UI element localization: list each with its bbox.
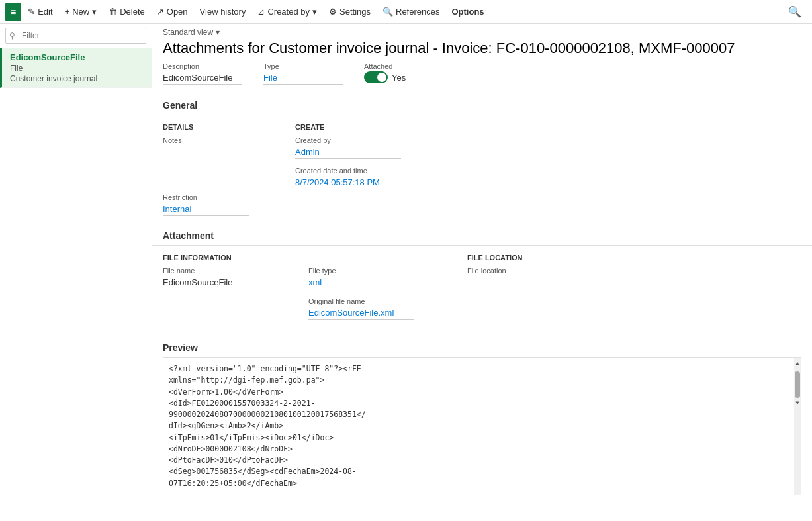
delete-label: Delete [120,7,145,17]
notes-label: Notes [163,136,295,144]
file-type-col: X File type xml Original file name Edico… [308,254,467,328]
content-area: Standard view ▾ Attachments for Customer… [152,24,812,521]
view-history-label: View history [200,7,246,17]
original-file-name-value: EdicomSourceFile.xml [308,307,414,320]
settings-label: Settings [339,7,371,17]
created-by-button[interactable]: ⊿ Created by ▾ [252,4,322,19]
attachment-section-header: Attachment [152,224,812,246]
new-label: New [72,7,89,17]
options-button[interactable]: Options [446,4,489,19]
new-button[interactable]: + New ▾ [60,4,103,19]
create-col: CREATE Created by Admin Created date and… [295,123,801,216]
standard-view-bar[interactable]: Standard view ▾ [152,24,812,37]
sidebar-item-sub1: File [10,64,144,73]
created-by-field-group: Created by Admin [295,136,801,159]
attached-yes-label: Yes [392,73,406,83]
details-col: DETAILS Notes Restriction Internal [163,123,295,216]
open-label: Open [167,7,188,17]
file-location-col: FILE LOCATION File location [467,254,801,328]
file-location-label: File location [467,267,801,275]
description-field: Description EdicomSourceFile [163,62,242,85]
file-info-col: FILE INFORMATION File name EdicomSourceF… [163,254,308,328]
attachment-section: Attachment FILE INFORMATION File name Ed… [152,224,812,336]
scrollbar-thumb[interactable] [795,371,800,398]
attached-field: Attached Yes [364,62,406,83]
chevron-down-icon: ▾ [92,7,97,17]
general-section-body: DETAILS Notes Restriction Internal CREAT… [152,115,812,224]
preview-section-header: Preview [152,336,812,357]
file-type-value: xml [308,276,414,289]
general-section-header: General [152,93,812,115]
file-name-field: File name EdicomSourceFile [163,267,308,289]
attached-toggle[interactable] [364,71,388,83]
notes-field-group: Notes [163,136,295,185]
file-type-field: File type xml [308,267,467,289]
created-date-value: 8/7/2024 05:57:18 PM [295,176,401,189]
file-location-header: FILE LOCATION [467,254,801,261]
open-icon: ↗ [157,7,164,17]
chevron-down-icon: ▾ [216,28,220,37]
general-cols: DETAILS Notes Restriction Internal CREAT… [163,123,801,216]
created-date-field-group: Created date and time 8/7/2024 05:57:18 … [295,167,801,189]
description-label: Description [163,62,242,70]
create-header: CREATE [295,123,801,131]
restriction-value: Internal [163,203,249,216]
page-title: Attachments for Customer invoice journal… [152,37,812,62]
attachment-cols: FILE INFORMATION File name EdicomSourceF… [163,254,801,328]
preview-scrollbar: ▲ ▼ [794,358,801,495]
file-info-header: FILE INFORMATION [163,254,308,261]
original-file-name-field: Original file name EdicomSourceFile.xml [308,297,467,320]
type-field: Type File [263,62,343,85]
delete-button[interactable]: 🗑 Delete [103,4,150,19]
preview-content: <?xml version="1.0" encoding="UTF-8"?><r… [169,363,795,489]
details-header: DETAILS [163,123,295,131]
file-type-label: File type [308,267,467,275]
home-button[interactable]: ≡ [5,3,21,21]
edit-icon: ✎ [28,7,35,17]
notes-area[interactable] [163,146,275,185]
file-name-value: EdicomSourceFile [163,276,269,289]
restriction-label: Restriction [163,193,295,201]
references-label: References [396,7,439,17]
edit-label: Edit [38,7,52,17]
search-input[interactable] [5,28,146,44]
general-section: General DETAILS Notes Restriction Intern… [152,93,812,224]
created-date-label: Created date and time [295,167,801,175]
search-button[interactable]: 🔍 [783,3,807,21]
created-by-label: Created by [295,136,801,144]
attachment-section-body: FILE INFORMATION File name EdicomSourceF… [152,246,812,336]
sidebar: ⚲ EdicomSourceFile File Customer invoice… [0,24,152,521]
search-icon: 🔍 [788,6,801,17]
topbar: ≡ ✎ Edit + New ▾ 🗑 Delete ↗ Open View hi… [0,0,812,24]
type-value: File [263,71,343,85]
references-icon: 🔍 [383,7,393,17]
attached-toggle-wrap: Yes [364,71,406,83]
preview-section-body: <?xml version="1.0" encoding="UTF-8"?><r… [152,357,812,506]
home-icon: ≡ [11,7,16,17]
settings-icon: ⚙ [329,7,337,17]
open-button[interactable]: ↗ Open [152,4,193,19]
sidebar-item-edicom[interactable]: EdicomSourceFile File Customer invoice j… [0,48,152,88]
filter-icon: ⚲ [9,31,15,40]
preview-section: Preview <?xml version="1.0" encoding="UT… [152,336,812,506]
preview-box[interactable]: <?xml version="1.0" encoding="UTF-8"?><r… [163,357,801,495]
options-label: Options [451,7,484,17]
references-button[interactable]: 🔍 References [377,4,445,19]
edit-button[interactable]: ✎ Edit [23,4,58,19]
view-history-button[interactable]: View history [195,4,251,19]
created-by-label: Created by [267,7,310,17]
file-location-field: File location [467,267,801,289]
file-location-value [467,276,573,289]
settings-button[interactable]: ⚙ Settings [324,4,376,19]
scroll-up-icon[interactable]: ▲ [795,358,801,369]
type-label: Type [263,62,343,70]
sidebar-item-title: EdicomSourceFile [10,52,144,62]
main-layout: ⚲ EdicomSourceFile File Customer invoice… [0,24,812,521]
chevron-down-icon2: ▾ [312,7,317,17]
description-value: EdicomSourceFile [163,71,242,85]
attached-label: Attached [364,62,406,70]
new-icon: + [65,7,70,17]
sidebar-item-sub2: Customer invoice journal [10,74,144,83]
scroll-down-icon[interactable]: ▼ [795,398,801,408]
filter-icon: ⊿ [257,7,265,17]
